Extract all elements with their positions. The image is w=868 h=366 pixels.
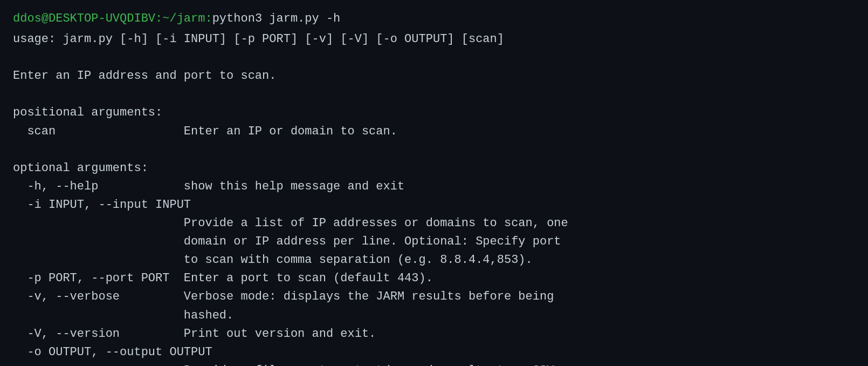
terminal-line: -i INPUT, --input INPUT xyxy=(13,196,855,214)
empty-line xyxy=(13,141,855,159)
prompt-command: python3 jarm.py -h xyxy=(212,10,341,28)
terminal-content: usage: jarm.py [-h] [-i INPUT] [-p PORT]… xyxy=(13,30,855,366)
terminal-line: usage: jarm.py [-h] [-i INPUT] [-p PORT]… xyxy=(13,30,855,49)
terminal-line: -V, --version Print out version and exit… xyxy=(13,325,855,343)
terminal-line: -o OUTPUT, --output OUTPUT xyxy=(13,343,855,362)
prompt-symbol: : xyxy=(205,10,212,28)
prompt-line: ddos@DESKTOP-UVQDIBV:~/jarm: python3 jar… xyxy=(13,10,855,28)
terminal-line: scan Enter an IP or domain to scan. xyxy=(13,123,855,141)
terminal-line: hashed. xyxy=(13,307,855,325)
terminal-line: -v, --verbose Verbose mode: displays the… xyxy=(13,288,855,306)
terminal-line: -p PORT, --port PORT Enter a port to sca… xyxy=(13,269,855,288)
terminal-line: optional arguments: xyxy=(13,159,855,178)
terminal-line: domain or IP address per line. Optional:… xyxy=(13,233,855,251)
terminal-line: Enter an IP address and port to scan. xyxy=(13,67,855,85)
empty-line xyxy=(13,85,855,104)
terminal-line: positional arguments: xyxy=(13,104,855,122)
terminal-line: -h, --help show this help message and ex… xyxy=(13,178,855,196)
empty-line xyxy=(13,49,855,67)
terminal-window: ddos@DESKTOP-UVQDIBV:~/jarm: python3 jar… xyxy=(13,10,855,366)
terminal-line: to scan with comma separation (e.g. 8.8.… xyxy=(13,251,855,269)
terminal-line: Provide a list of IP addresses or domain… xyxy=(13,214,855,233)
prompt-user: ddos@DESKTOP-UVQDIBV:~/jarm xyxy=(13,10,205,28)
terminal-line: Provide a filename to output/append resu… xyxy=(13,362,855,366)
